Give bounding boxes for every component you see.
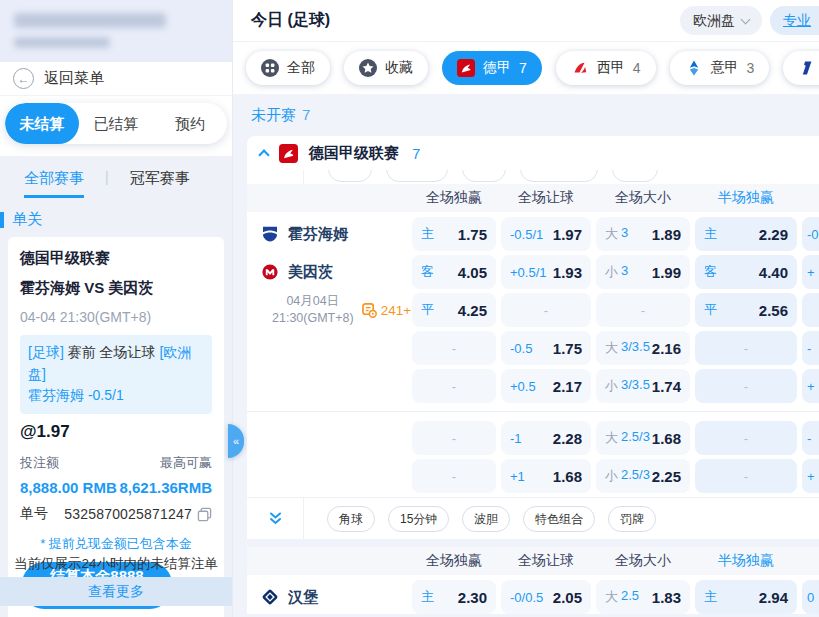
odds-cell[interactable]: 大3/3.52.16: [596, 331, 690, 365]
hamburg-crest-icon: [260, 587, 280, 607]
odds-label-gray: 小: [605, 263, 618, 281]
tab-reserved[interactable]: 预约: [153, 103, 227, 144]
clipped-odds-cell[interactable]: 0: [802, 580, 819, 614]
clipped-market-pill[interactable]: [328, 170, 372, 182]
league-tab[interactable]: 西甲4: [556, 51, 656, 85]
row-label-zone: 美因茨: [247, 262, 412, 282]
mainz-crest-icon: [260, 262, 280, 282]
league-match-count: 7: [412, 145, 420, 162]
league-section-header[interactable]: 德国甲级联赛 7: [247, 136, 819, 170]
match-time: 21:30(GMT+8): [272, 310, 354, 327]
league-tab[interactable]: 全部: [246, 51, 330, 85]
odds-label: -0.5/1: [510, 227, 543, 242]
match-odds-rows: 霍芬海姆主1.75-0.5/11.97大31.89主2.29-0美因茨客4.05…: [247, 212, 819, 493]
team-name[interactable]: 美因茨: [288, 263, 333, 282]
odds-cell[interactable]: 大2.51.83: [596, 580, 690, 614]
bundesliga-logo-icon: [279, 144, 298, 163]
clipped-market-pill[interactable]: [386, 170, 448, 182]
extra-market-tab[interactable]: 角球: [327, 506, 375, 532]
view-more-button[interactable]: 查看更多: [0, 577, 232, 606]
odds-cell[interactable]: 小3/3.51.74: [596, 369, 690, 403]
clipped-odds-cell[interactable]: -0: [802, 217, 819, 251]
odds-cell[interactable]: -0.51.75: [501, 331, 591, 365]
team-name[interactable]: 汉堡: [288, 588, 318, 607]
tab-all-events[interactable]: 全部赛事: [24, 169, 84, 198]
tab-champion-events[interactable]: 冠军赛事: [130, 169, 190, 195]
extra-market-tab[interactable]: 罚牌: [608, 506, 656, 532]
odds-cell: -: [695, 421, 797, 455]
odds-label: 大2.5/3: [605, 429, 650, 447]
odds-cell[interactable]: 大31.89: [596, 217, 690, 251]
tab-unsettled[interactable]: 未结算: [5, 103, 79, 144]
odds-column-headers: 全场独赢全场让球全场大小半场独赢: [247, 184, 819, 212]
clipped-odds-cell[interactable]: +: [802, 459, 819, 493]
odds-label: 小3/3.5: [605, 377, 650, 395]
odds-value: 1.97: [553, 226, 582, 243]
odds-cell[interactable]: -12.28: [501, 421, 591, 455]
tab-settled[interactable]: 已结算: [79, 103, 153, 144]
odds-cell[interactable]: 客4.05: [412, 255, 496, 289]
clipped-market-pill[interactable]: [520, 170, 598, 182]
odds-cell[interactable]: 平2.56: [695, 293, 797, 327]
clipped-odds-cell[interactable]: -: [802, 421, 819, 455]
team-name[interactable]: 霍芬海姆: [288, 225, 348, 244]
ticket-number: 5325870025871247: [64, 506, 192, 522]
main-header: 今日 (足球) 欧洲盘 专业: [233, 0, 819, 42]
extra-market-tab[interactable]: 特色组合: [523, 506, 595, 532]
odds-label: -1: [510, 431, 522, 446]
status-tabs-wrap: 未结算 已结算 预约: [0, 96, 232, 156]
odds-value: 2.16: [652, 340, 681, 357]
extra-market-tabs: 角球15分钟波胆特色组合罚牌: [303, 498, 656, 539]
column-header: 全场独赢: [412, 189, 496, 207]
clipped-odds-cell[interactable]: +: [802, 369, 819, 403]
league-tab[interactable]: 收藏: [344, 51, 428, 85]
match-datetime: 04月04日21:30(GMT+8): [272, 293, 354, 327]
odds-cell[interactable]: 平4.25: [412, 293, 496, 327]
extra-market-tab[interactable]: 波胆: [462, 506, 510, 532]
odds-value: 1.93: [553, 264, 582, 281]
odds-cell[interactable]: 主2.30: [412, 580, 496, 614]
clipped-market-pill[interactable]: [612, 170, 658, 182]
column-header[interactable]: 半场独赢: [695, 189, 797, 207]
clipped-market-pill[interactable]: [462, 170, 506, 182]
column-header: 全场大小: [596, 189, 690, 207]
odds-cell[interactable]: -0/0.52.05: [501, 580, 591, 614]
odds-cell[interactable]: 主2.29: [695, 217, 797, 251]
odds-cell[interactable]: -0.5/11.97: [501, 217, 591, 251]
match-card-footer: 角球15分钟波胆特色组合罚牌: [247, 497, 819, 539]
extra-market-tab[interactable]: 15分钟: [388, 506, 449, 532]
column-header[interactable]: 半场独赢: [695, 552, 797, 570]
expand-markets-chevron-icon[interactable]: [247, 511, 303, 526]
odds-label-gray: 小: [605, 377, 618, 395]
odds-cell[interactable]: +0.52.17: [501, 369, 591, 403]
odds-label: 大2.5: [605, 588, 639, 606]
odds-cell[interactable]: 主2.94: [695, 580, 797, 614]
back-to-menu-button[interactable]: ← 返回菜单: [0, 62, 232, 96]
copy-icon[interactable]: [197, 507, 212, 522]
league-tab[interactable]: 意甲3: [670, 51, 770, 85]
odds-label-blue: 2.5: [621, 588, 639, 606]
odds-cell[interactable]: 主1.75: [412, 217, 496, 251]
odds-label: 大3/3.5: [605, 339, 650, 357]
odds-cell[interactable]: 小2.5/32.25: [596, 459, 690, 493]
odds-row: 汉堡主2.30-0/0.52.05大2.51.83主2.940: [247, 580, 819, 614]
clipped-odds-cell[interactable]: +: [802, 255, 819, 289]
odds-cell[interactable]: 客4.40: [695, 255, 797, 289]
odds-cell[interactable]: 大2.5/31.68: [596, 421, 690, 455]
odds-value: 1.99: [652, 264, 681, 281]
odds-value: 2.56: [759, 302, 788, 319]
clipped-odds-cell[interactable]: -: [802, 331, 819, 365]
odds-cell[interactable]: 小31.99: [596, 255, 690, 289]
odds-cell[interactable]: +0.5/11.93: [501, 255, 591, 289]
column-header: 全场让球: [501, 189, 591, 207]
league-tab[interactable]: 德甲7: [442, 51, 542, 85]
bet-selection-box: [足球] 赛前 全场让球 [欧洲盘] 霍芬海姆 -0.5/1: [20, 335, 212, 414]
odds-label: -0.5: [510, 341, 532, 356]
column-header: 全场大小: [596, 552, 690, 570]
clipped-odds-cell[interactable]: [802, 293, 819, 327]
odds-type-selector[interactable]: 欧洲盘: [680, 6, 762, 35]
sidebar-footer-note: 当前仅展示24小时内的未结算注单: [0, 555, 232, 573]
league-tab[interactable]: 法甲3: [783, 51, 819, 85]
pro-mode-pill[interactable]: 专业: [770, 6, 819, 35]
odds-cell[interactable]: +11.68: [501, 459, 591, 493]
